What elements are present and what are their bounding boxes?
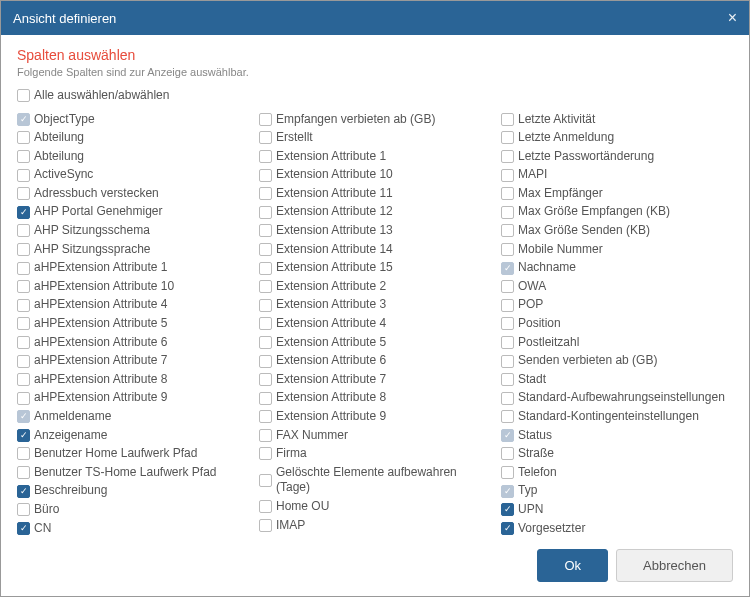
checkbox-item[interactable]: POP [501, 296, 733, 315]
checkbox-item[interactable]: aHPExtension Attribute 5 [17, 315, 249, 334]
checkbox-item[interactable]: Extension Attribute 10 [259, 166, 491, 185]
checkbox[interactable] [17, 429, 30, 442]
checkbox-item[interactable]: aHPExtension Attribute 9 [17, 389, 249, 408]
checkbox-item[interactable]: AHP Portal Genehmiger [17, 203, 249, 222]
checkbox[interactable] [259, 447, 272, 460]
checkbox[interactable] [259, 410, 272, 423]
checkbox-item[interactable]: Letzte Anmeldung [501, 129, 733, 148]
checkbox[interactable] [259, 224, 272, 237]
checkbox[interactable] [259, 299, 272, 312]
checkbox-item[interactable]: Extension Attribute 6 [259, 352, 491, 371]
checkbox[interactable] [501, 150, 514, 163]
checkbox-item[interactable]: aHPExtension Attribute 4 [17, 296, 249, 315]
checkbox-item[interactable]: Telefon [501, 463, 733, 482]
checkbox-item[interactable]: Extension Attribute 2 [259, 277, 491, 296]
checkbox[interactable] [501, 522, 514, 535]
checkbox-item[interactable]: AHP Sitzungsschema [17, 222, 249, 241]
checkbox[interactable] [17, 447, 30, 460]
checkbox[interactable] [501, 280, 514, 293]
checkbox[interactable] [17, 169, 30, 182]
checkbox[interactable] [501, 503, 514, 516]
checkbox[interactable] [17, 299, 30, 312]
checkbox[interactable] [259, 262, 272, 275]
checkbox[interactable] [259, 206, 272, 219]
checkbox-item[interactable]: Extension Attribute 1 [259, 147, 491, 166]
checkbox-item[interactable]: Letzte Passwortänderung [501, 147, 733, 166]
checkbox[interactable] [259, 243, 272, 256]
checkbox-item[interactable]: ActiveSync [17, 166, 249, 185]
checkbox-item[interactable]: Benutzer TS-Home Laufwerk Pfad [17, 463, 249, 482]
checkbox-item[interactable]: Home OU [259, 497, 491, 516]
checkbox-item[interactable]: MAPI [501, 166, 733, 185]
checkbox-item[interactable]: Extension Attribute 9 [259, 408, 491, 427]
checkbox[interactable] [17, 355, 30, 368]
checkbox-item[interactable]: Letzte Aktivität [501, 110, 733, 129]
checkbox[interactable] [501, 336, 514, 349]
checkbox-item[interactable]: Extension Attribute 5 [259, 333, 491, 352]
checkbox[interactable] [17, 243, 30, 256]
checkbox-item[interactable]: Adressbuch verstecken [17, 184, 249, 203]
checkbox-item[interactable]: Erstellt [259, 129, 491, 148]
checkbox[interactable] [501, 466, 514, 479]
checkbox-item[interactable]: aHPExtension Attribute 6 [17, 333, 249, 352]
checkbox-item[interactable]: Standard-Kontingenteinstellungen [501, 408, 733, 427]
checkbox-item[interactable]: aHPExtension Attribute 10 [17, 277, 249, 296]
checkbox[interactable] [501, 392, 514, 405]
checkbox-item[interactable]: Senden verbieten ab (GB) [501, 352, 733, 371]
checkbox[interactable] [259, 519, 272, 532]
checkbox-item[interactable]: Vorgesetzter [501, 519, 733, 535]
checkbox-item[interactable]: Max Größe Empfangen (KB) [501, 203, 733, 222]
select-all-row[interactable]: Alle auswählen/abwählen [17, 88, 733, 102]
checkbox[interactable] [17, 485, 30, 498]
checkbox-item[interactable]: Extension Attribute 13 [259, 222, 491, 241]
checkbox-item[interactable]: Extension Attribute 14 [259, 240, 491, 259]
checkbox[interactable] [501, 373, 514, 386]
checkbox-item[interactable]: FAX Nummer [259, 426, 491, 445]
checkbox[interactable] [259, 429, 272, 442]
checkbox-item[interactable]: IMAP [259, 516, 491, 535]
checkbox-item[interactable]: Gelöschte Elemente aufbewahren (Tage) [259, 463, 491, 497]
checkbox[interactable] [259, 474, 272, 487]
checkbox-item[interactable]: UPN [501, 500, 733, 519]
ok-button[interactable]: Ok [537, 549, 608, 582]
checkbox[interactable] [17, 373, 30, 386]
checkbox[interactable] [501, 299, 514, 312]
checkbox-item[interactable]: Extension Attribute 4 [259, 315, 491, 334]
checkbox-item[interactable]: Extension Attribute 12 [259, 203, 491, 222]
checkbox-item[interactable]: Extension Attribute 7 [259, 370, 491, 389]
close-icon[interactable]: × [728, 9, 737, 27]
checkbox[interactable] [17, 187, 30, 200]
checkbox[interactable] [501, 447, 514, 460]
checkbox-item[interactable]: aHPExtension Attribute 8 [17, 370, 249, 389]
checkbox[interactable] [259, 355, 272, 368]
checkbox[interactable] [17, 150, 30, 163]
checkbox-item[interactable]: Extension Attribute 11 [259, 184, 491, 203]
checkbox-item[interactable]: OWA [501, 277, 733, 296]
checkbox[interactable] [259, 169, 272, 182]
checkbox[interactable] [17, 392, 30, 405]
checkbox-item[interactable]: aHPExtension Attribute 7 [17, 352, 249, 371]
checkbox[interactable] [259, 187, 272, 200]
checkbox[interactable] [501, 243, 514, 256]
checkbox[interactable] [501, 410, 514, 423]
checkbox-item[interactable]: Abteilung [17, 129, 249, 148]
select-all-checkbox[interactable] [17, 89, 30, 102]
checkbox[interactable] [259, 280, 272, 293]
checkbox[interactable] [17, 522, 30, 535]
checkbox[interactable] [501, 317, 514, 330]
checkbox-item[interactable]: Extension Attribute 15 [259, 259, 491, 278]
checkbox[interactable] [17, 224, 30, 237]
checkbox[interactable] [259, 392, 272, 405]
cancel-button[interactable]: Abbrechen [616, 549, 733, 582]
checkbox-item[interactable]: Abteilung [17, 147, 249, 166]
checkbox-item[interactable]: Empfangen verbieten ab (GB) [259, 110, 491, 129]
checkbox[interactable] [17, 466, 30, 479]
checkbox[interactable] [259, 336, 272, 349]
checkbox-item[interactable]: Benutzer Home Laufwerk Pfad [17, 445, 249, 464]
checkbox[interactable] [17, 280, 30, 293]
checkbox-item[interactable]: Mobile Nummer [501, 240, 733, 259]
checkbox[interactable] [259, 373, 272, 386]
checkbox-item[interactable]: Anzeigename [17, 426, 249, 445]
checkbox[interactable] [17, 262, 30, 275]
checkbox-item[interactable]: Beschreibung [17, 482, 249, 501]
